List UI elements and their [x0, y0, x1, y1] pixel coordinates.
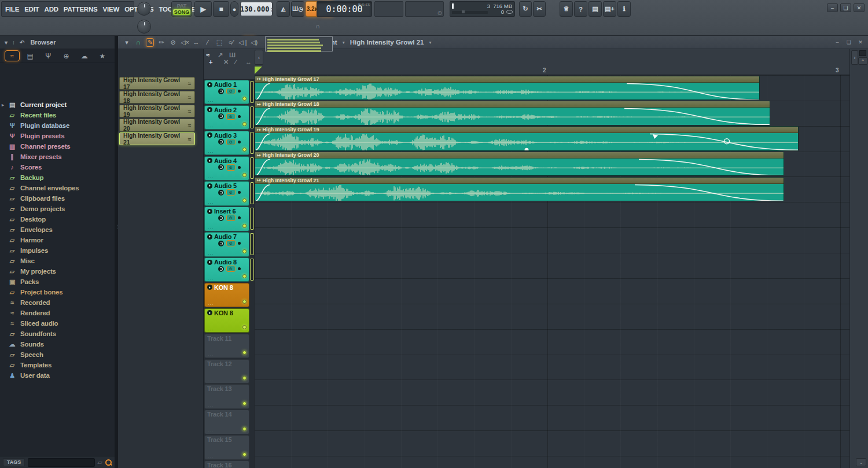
track-lock-icon[interactable]: ⊙: [226, 189, 236, 196]
track-mute-icon[interactable]: [218, 113, 224, 119]
track-mode-icon[interactable]: [207, 260, 212, 265]
performance-strip[interactable]: [250, 157, 254, 179]
pat-song-toggle[interactable]: PAT SONG: [171, 1, 192, 17]
slice-tool-icon[interactable]: ⁄: [204, 39, 212, 46]
main-pitch-knob[interactable]: [137, 20, 151, 34]
track-header-1[interactable]: Audio 1⊙...: [204, 80, 249, 104]
browser-item-soundfonts[interactable]: ▱Soundfonts: [0, 329, 115, 339]
undo-button[interactable]: ↻: [519, 1, 532, 17]
track-mode-icon[interactable]: [207, 132, 212, 138]
browser-item-backup[interactable]: ▱Backup: [0, 172, 115, 183]
search-icon[interactable]: [105, 459, 112, 466]
wait-for-input-button[interactable]: Ш◷: [291, 1, 304, 17]
playlist-navigator[interactable]: [265, 36, 333, 51]
playlist-close-button[interactable]: ✕: [856, 38, 865, 46]
track-select-led[interactable]: [242, 173, 247, 177]
track-select-led[interactable]: [242, 452, 247, 456]
pattern-item[interactable]: High Intensity Growl 18≈: [119, 91, 195, 104]
browser-item-rendered[interactable]: ≈Rendered: [0, 308, 115, 318]
tab-files[interactable]: ▤: [23, 50, 38, 61]
track-mute-icon[interactable]: [218, 164, 224, 170]
track-header-5[interactable]: Audio 5⊙...: [204, 181, 249, 205]
track-options-dots[interactable]: ...: [208, 275, 214, 281]
browser-item-mixer-presets[interactable]: ∥Mixer presets: [0, 152, 115, 162]
track-options-dots[interactable]: ...: [208, 199, 214, 205]
track-header-14[interactable]: Track 14...: [204, 410, 249, 434]
tab-internet[interactable]: ⊕: [59, 50, 74, 61]
pattern-item[interactable]: High Intensity Growl 17≈: [119, 77, 195, 90]
clip-header[interactable]: ↦High Intensity Growl 17: [255, 76, 759, 83]
tags-button[interactable]: TAGS: [3, 458, 25, 466]
song-label[interactable]: SONG: [173, 9, 190, 15]
track-dot-icon[interactable]: [238, 191, 241, 194]
track-select-led[interactable]: [242, 300, 247, 304]
content-audio-icon[interactable]: ≈: [206, 51, 209, 58]
browser-item-impulses[interactable]: ▱Impulses: [0, 245, 115, 256]
history-back-icon[interactable]: ↶: [20, 39, 24, 46]
folder-icon[interactable]: ▱: [98, 459, 102, 466]
track-options-dots[interactable]: ...: [208, 453, 214, 459]
browser-item-recent-files[interactable]: ▱Recent files: [0, 110, 115, 120]
track-dot-icon[interactable]: [238, 115, 241, 118]
browser-item-templates[interactable]: ▱Templates: [0, 360, 115, 370]
track-lock-icon[interactable]: ⊙: [226, 113, 236, 120]
track-mute-icon[interactable]: [218, 139, 224, 145]
playback-tool-icon[interactable]: ◁❘: [238, 39, 247, 46]
pattern-item[interactable]: High Intensity Growl 19≈: [119, 105, 195, 117]
zoom-tool-icon[interactable]: ○⁄: [227, 39, 235, 46]
track-dot-icon[interactable]: [238, 242, 241, 245]
browser-item-desktop[interactable]: ▱Desktop: [0, 214, 115, 224]
track-select-led[interactable]: [242, 224, 247, 228]
track-header-13[interactable]: Track 13...: [204, 384, 249, 408]
track-options-dots[interactable]: ...: [208, 402, 214, 408]
snap-magnet-icon[interactable]: ∩: [315, 23, 320, 30]
track-options-dots[interactable]: ...: [208, 97, 214, 103]
playlist-minimize-button[interactable]: –: [833, 38, 842, 46]
pattern-item[interactable]: High Intensity Growl 20≈: [119, 119, 195, 131]
browser-item-packs[interactable]: ▣Packs: [0, 277, 115, 287]
preview-speaker-icon[interactable]: ◁): [250, 39, 258, 46]
time-display[interactable]: 0:00:00 M:S:CS: [317, 1, 372, 17]
menu-patterns[interactable]: PATTERNS: [64, 6, 98, 13]
tab-plugins[interactable]: Ψ: [41, 50, 56, 61]
playlist-grid[interactable]: ↦High Intensity Growl 17↦High Intensity …: [255, 75, 849, 468]
menu-caret-icon[interactable]: ▾: [123, 39, 131, 46]
track-select-led[interactable]: [242, 427, 247, 431]
browser-item-sounds[interactable]: ☁Sounds: [0, 339, 115, 349]
track-mute-icon[interactable]: [218, 215, 224, 221]
track-mute-icon[interactable]: [218, 190, 224, 196]
track-header-15[interactable]: Track 15...: [204, 435, 249, 459]
browser-item-my-projects[interactable]: ▱My projects: [0, 266, 115, 277]
track-options-dots[interactable]: ...: [208, 224, 214, 230]
restore-button[interactable]: ❏: [840, 3, 851, 12]
browser-item-recorded[interactable]: ≈Recorded: [0, 297, 115, 308]
track-select-led[interactable]: [242, 401, 247, 406]
track-dot-icon[interactable]: [238, 216, 241, 219]
browser-item-plugin-presets[interactable]: ΨPlugin presets: [0, 131, 115, 141]
search-input[interactable]: [28, 458, 94, 467]
track-options-dots[interactable]: ...: [208, 326, 214, 331]
main-volume-knob[interactable]: [137, 2, 151, 16]
performance-strip[interactable]: [250, 81, 254, 103]
hresize-icon[interactable]: ↔: [245, 58, 252, 65]
delete-track-icon[interactable]: ✕: [223, 58, 229, 66]
track-mode-icon[interactable]: [207, 209, 212, 214]
browser-item-current-project[interactable]: ▸▤Current project: [0, 100, 115, 110]
browser-item-demo-projects[interactable]: ▱Demo projects: [0, 204, 115, 214]
snap-magnet-icon[interactable]: ∩: [134, 39, 142, 46]
track-lock-icon[interactable]: ⊙: [226, 215, 236, 221]
stop-button[interactable]: ■: [213, 1, 229, 17]
minimize-button[interactable]: –: [827, 3, 838, 12]
browser-item-sliced-audio[interactable]: ≈Sliced audio: [0, 318, 115, 329]
performance-strip[interactable]: [250, 106, 254, 128]
track-mode-icon[interactable]: [207, 158, 212, 163]
playhead-marker[interactable]: [255, 67, 262, 74]
browser-item-channel-presets[interactable]: ▥Channel presets: [0, 141, 115, 152]
performance-strip[interactable]: [250, 259, 254, 281]
track-dot-icon[interactable]: [238, 90, 241, 93]
audio-clip[interactable]: ↦High Intensity Growl 19: [255, 126, 799, 150]
performance-strip[interactable]: [250, 208, 254, 230]
close-button[interactable]: ✕: [854, 3, 865, 12]
browser-item-misc[interactable]: ▱Misc: [0, 256, 115, 266]
track-header-10[interactable]: KON 8...: [204, 308, 249, 333]
